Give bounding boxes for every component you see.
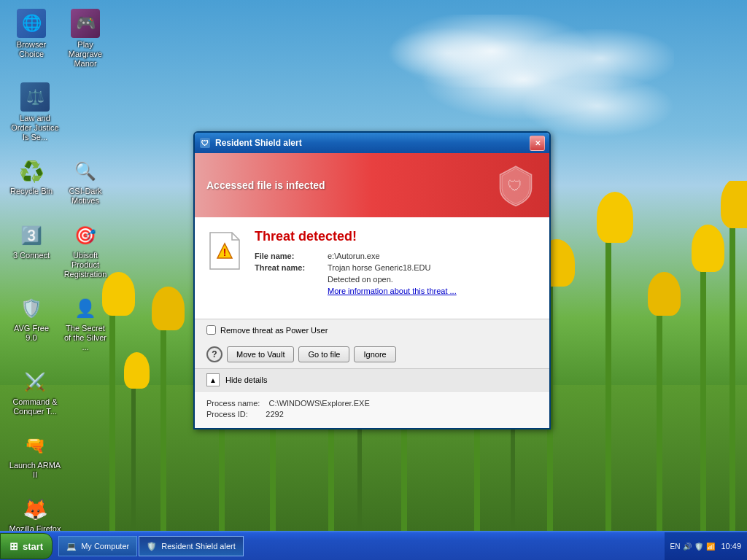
threat-name-value: Trojan horse Generic18.EDU: [328, 263, 430, 272]
svg-text:🛡: 🛡: [508, 177, 524, 194]
desktop-icon-csi-dark[interactable]: 🔍 CSI-Dark Motives: [60, 155, 111, 209]
threat-file-icon: !: [206, 229, 243, 273]
file-name-row: File name: e:\Autorun.exe: [255, 252, 538, 260]
resident-shield-window: 🛡 Resident Shield alert ✕ Accessed file …: [193, 131, 551, 429]
start-label: start: [23, 541, 43, 552]
threat-detected-title: Threat detected!: [255, 229, 538, 244]
svg-text:🛡: 🛡: [201, 139, 209, 147]
detected-text: Detected on open.: [328, 275, 393, 284]
desktop-icon-browser-choice[interactable]: 🌐 Browser Choice: [6, 6, 57, 72]
taskbar: ⊞ start 💻 My Computer 🛡️ Resident Shield…: [0, 531, 747, 560]
avg-label: AVG Free 9.0: [9, 324, 54, 343]
tray-icon-1: 🔊: [683, 542, 692, 551]
window-title: Resident Shield alert: [215, 138, 530, 148]
detected-spacer: [255, 275, 328, 284]
arma-label: Launch ARMA II: [9, 461, 61, 480]
desktop-icon-command[interactable]: ⚔️ Command & Conquer T...: [6, 366, 64, 419]
details-label: Hide details: [225, 376, 267, 384]
desktop-icon-firefox[interactable]: 🦊 Mozilla Firefox: [6, 493, 64, 531]
desktop-icon-avg[interactable]: 🛡️ AVG Free 9.0: [6, 292, 57, 356]
window-close-button[interactable]: ✕: [530, 136, 545, 151]
start-button[interactable]: ⊞ start: [0, 533, 53, 559]
details-toggle[interactable]: ▲ Hide details: [195, 368, 549, 391]
firefox-label: Mozilla Firefox: [9, 524, 61, 531]
process-name-row: Process name: C:\WINDOWS\Explorer.EXE: [206, 399, 538, 408]
process-name-value: C:\WINDOWS\Explorer.EXE: [269, 399, 370, 408]
desktop-icon-secret[interactable]: 👤 The Secret of the Silver ...: [60, 292, 111, 356]
taskbar-tray: EN 🔊 🛡️ 📶 10:49: [665, 532, 747, 560]
desktop-icon-margrave[interactable]: 🎮 Play Margrave Manor: [60, 6, 111, 72]
tray-icon-2: 🛡️: [694, 542, 703, 551]
power-user-checkbox[interactable]: [206, 325, 216, 335]
desktop: 🌐 Browser Choice 🎮 Play Margrave Manor ⚖…: [0, 0, 747, 531]
threat-name-label: Threat name:: [255, 263, 328, 272]
command-label: Command & Conquer T...: [9, 397, 61, 416]
window-titlebar[interactable]: 🛡 Resident Shield alert ✕: [195, 133, 549, 153]
resident-shield-task-label: Resident Shield alert: [161, 542, 236, 551]
checkbox-area: Remove threat as Power User: [195, 319, 549, 341]
recycle-label: Recycle Bin: [10, 187, 53, 196]
process-id-row: Process ID: 2292: [206, 410, 538, 419]
toggle-arrow-icon: ▲: [206, 373, 220, 386]
3connect-label: 3 Connect: [13, 251, 50, 260]
desktop-icon-arma[interactable]: 🔫 Launch ARMA II: [6, 429, 64, 483]
ubisoft-label: Ubisoft Product Registration: [63, 251, 108, 280]
file-name-value: e:\Autorun.exe: [328, 252, 380, 260]
desktop-icons-area: 🌐 Browser Choice 🎮 Play Margrave Manor ⚖…: [0, 0, 117, 531]
desktop-icon-law-order[interactable]: ⚖️ Law and Order Justice Is Se...: [6, 79, 64, 146]
desktop-icon-recycle[interactable]: ♻️ Recycle Bin: [6, 155, 57, 209]
window-icon: 🛡: [199, 137, 211, 149]
file-name-label: File name:: [255, 252, 328, 260]
my-computer-label: My Computer: [81, 542, 129, 551]
tray-lang: EN: [670, 542, 681, 551]
threat-name-row: Threat name: Trojan horse Generic18.EDU: [255, 263, 538, 272]
browser-choice-label: Browser Choice: [9, 40, 54, 59]
process-id-value: 2292: [266, 410, 283, 419]
margrave-label: Play Margrave Manor: [63, 40, 108, 69]
taskbar-items: 💻 My Computer 🛡️ Resident Shield alert: [55, 536, 664, 556]
desktop-icon-3connect[interactable]: 3️⃣ 3 Connect: [6, 219, 57, 283]
alert-header-text: Accessed file is infected: [206, 179, 325, 191]
details-section: Process name: C:\WINDOWS\Explorer.EXE Pr…: [195, 391, 549, 428]
tray-clock: 10:49: [721, 542, 741, 551]
threat-info: Threat detected! File name: e:\Autorun.e…: [255, 229, 538, 298]
resident-shield-task-icon: 🛡️: [147, 542, 157, 551]
desktop-icon-ubisoft[interactable]: 🎯 Ubisoft Product Registration: [60, 219, 111, 283]
process-name-label: Process name:: [206, 399, 260, 408]
taskbar-item-my-computer[interactable]: 💻 My Computer: [58, 536, 137, 556]
my-computer-icon: 💻: [66, 542, 77, 551]
buttons-area: ? Move to Vault Go to file Ignore: [195, 341, 549, 368]
move-to-vault-button[interactable]: Move to Vault: [227, 346, 294, 362]
ignore-button[interactable]: Ignore: [354, 346, 395, 362]
titlebar-buttons: ✕: [530, 136, 545, 151]
windows-logo-icon: ⊞: [9, 540, 18, 552]
taskbar-item-resident-shield[interactable]: 🛡️ Resident Shield alert: [139, 536, 244, 556]
secret-label: The Secret of the Silver ...: [63, 324, 108, 353]
tray-icon-3: 📶: [706, 542, 715, 551]
threat-section: ! Threat detected! File name: e:\Autorun…: [206, 229, 538, 298]
more-info-link[interactable]: More information about this threat ...: [328, 287, 457, 295]
svg-text:!: !: [223, 246, 227, 258]
law-order-label: Law and Order Justice Is Se...: [9, 114, 61, 143]
checkbox-text: Remove threat as Power User: [220, 326, 328, 335]
more-info-spacer: [255, 287, 328, 295]
go-to-file-button[interactable]: Go to file: [298, 346, 349, 362]
power-user-checkbox-label[interactable]: Remove threat as Power User: [206, 325, 538, 335]
help-button[interactable]: ?: [206, 346, 222, 362]
window-body: ! Threat detected! File name: e:\Autorun…: [195, 217, 549, 319]
more-info-row: More information about this threat ...: [255, 287, 538, 295]
alert-header: Accessed file is infected 🛡: [195, 153, 549, 217]
shield-icon-large: 🛡: [494, 163, 538, 207]
detected-row: Detected on open.: [255, 275, 538, 284]
csi-dark-label: CSI-Dark Motives: [63, 187, 108, 206]
process-id-label: Process ID:: [206, 410, 248, 419]
